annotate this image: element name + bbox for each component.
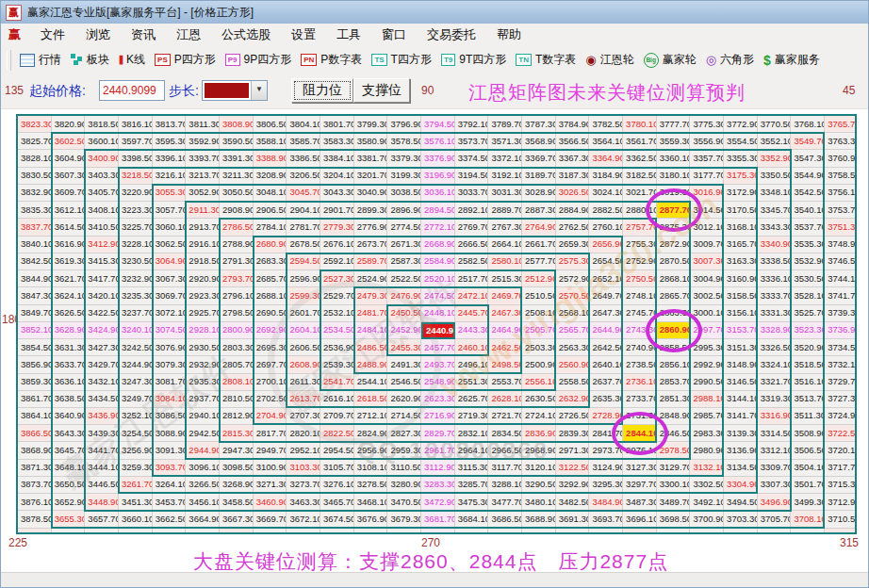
price-cell[interactable]: 3487.30 [623,494,657,511]
price-cell[interactable]: 3108.10 [354,460,388,477]
price-cell[interactable]: 2992.90 [690,356,724,373]
price-cell[interactable]: 3902.50 [320,529,354,534]
price-cell[interactable]: 2568.10 [556,305,590,322]
price-cell[interactable]: 3064.90 [153,253,187,270]
price-cell[interactable]: 3079.30 [153,356,187,373]
price-cell[interactable]: 2611.30 [287,374,320,391]
price-cell[interactable]: 3780.10 [623,116,657,133]
price-cell[interactable]: 2980.90 [690,442,724,459]
price-cell[interactable]: 2560.90 [556,356,590,373]
price-cell[interactable]: 3441.70 [85,442,119,459]
price-cell[interactable]: 2721.70 [488,408,522,425]
price-cell[interactable]: 3720.10 [825,442,857,459]
price-cell[interactable]: 2971.30 [556,442,590,459]
price-cell[interactable]: 3290.50 [522,477,556,494]
price-cell[interactable]: 3820.90 [52,116,86,133]
price-cell[interactable]: 3151.30 [724,339,758,356]
price-cell[interactable]: 3240.10 [119,322,153,339]
price-cell[interactable]: 3698.50 [657,511,691,528]
price-cell[interactable]: 2570.50 [556,287,590,304]
price-cell[interactable]: 3736.90 [825,322,857,339]
price-cell[interactable]: 3338.50 [758,253,792,270]
price-cell[interactable]: 3369.70 [522,150,556,167]
price-cell[interactable]: 3189.70 [522,168,556,185]
price-cell[interactable]: 3854.50 [18,339,52,356]
price-cell[interactable]: 2587.30 [387,253,421,270]
price-cell[interactable]: 2755.30 [623,237,657,253]
price-cell[interactable]: 3919.30 [556,529,590,534]
price-cell[interactable]: 2949.70 [254,442,287,459]
price-cell[interactable]: 2916.10 [186,237,220,253]
price-cell[interactable]: 2659.30 [556,237,590,253]
price-cell[interactable]: 2608.90 [287,356,320,373]
price-cell[interactable]: 2582.50 [455,253,489,270]
price-cell[interactable]: 3016.90 [690,185,724,202]
price-cell[interactable]: 3316.90 [758,408,792,425]
price-cell[interactable]: 3103.30 [287,460,320,477]
price-cell[interactable]: 3799.30 [354,116,388,133]
price-cell[interactable]: 3530.50 [791,270,825,287]
price-cell[interactable]: 2685.70 [254,270,287,287]
price-cell[interactable]: 3525.70 [791,305,825,322]
price-cell[interactable]: 2469.70 [488,287,522,304]
price-cell[interactable]: 3069.70 [153,287,187,304]
price-cell[interactable]: 3153.70 [724,322,758,339]
price-cell[interactable]: 2793.70 [220,270,254,287]
price-cell[interactable]: 2539.30 [320,356,354,373]
price-cell[interactable]: 3163.30 [724,253,758,270]
price-cell[interactable]: 3141.70 [724,408,758,425]
price-cell[interactable]: 3160.90 [724,270,758,287]
price-cell[interactable]: 3890.50 [153,529,187,534]
price-cell[interactable]: 3004.90 [690,270,724,287]
price-cell[interactable]: 2565.70 [556,322,590,339]
price-cell[interactable]: 3633.70 [52,356,86,373]
price-cell[interactable]: 3177.70 [690,168,724,185]
price-cell[interactable]: 2805.70 [220,356,254,373]
toolbar-item-T数字表[interactable]: TNT数字表 [516,52,576,68]
price-cell[interactable]: 2810.50 [220,391,254,408]
price-cell[interactable]: 3192.10 [488,168,522,185]
price-cell[interactable]: 3489.70 [657,494,691,511]
price-cell[interactable]: 2498.50 [488,356,522,373]
price-cell[interactable]: 3508.90 [791,425,825,442]
price-cell[interactable]: 3283.30 [421,477,455,494]
price-cell[interactable]: 3052.90 [186,185,220,202]
price-cell[interactable]: 3703.30 [724,511,758,528]
price-cell[interactable]: 3480.10 [522,494,556,511]
price-cell[interactable]: 3559.30 [657,133,691,150]
price-cell[interactable]: 2822.50 [320,425,354,442]
price-cell[interactable]: 2544.10 [354,374,388,391]
price-cell[interactable]: 3573.70 [455,133,489,150]
price-cell[interactable]: 2620.90 [387,391,421,408]
price-cell[interactable]: 2887.30 [522,202,556,219]
price-cell[interactable]: 3076.90 [153,339,187,356]
price-cell[interactable]: 3415.30 [85,253,119,270]
price-cell[interactable]: 3528.10 [791,287,825,304]
price-cell[interactable]: 3516.10 [791,374,825,391]
price-cell[interactable]: 3912.10 [455,529,489,534]
price-cell[interactable]: 2752.90 [623,253,657,270]
price-cell[interactable]: 3700.90 [690,511,724,528]
price-cell[interactable]: 2704.90 [254,408,287,425]
price-cell[interactable]: 3804.10 [287,116,320,133]
price-cell[interactable]: 3208.90 [254,168,287,185]
price-cell[interactable]: 3168.10 [724,219,758,236]
price-cell[interactable]: 2462.50 [488,339,522,356]
price-cell[interactable]: 3084.10 [153,391,187,408]
price-cell[interactable]: 3904.90 [354,529,388,534]
price-cell[interactable]: 3590.50 [220,133,254,150]
price-cell[interactable]: 3484.90 [589,494,623,511]
price-cell[interactable]: 2767.30 [488,219,522,236]
price-cell[interactable]: 2596.90 [287,270,320,287]
price-cell[interactable]: 2512.90 [522,270,556,287]
price-cell[interactable]: 2486.50 [354,339,388,356]
price-cell[interactable]: 3861.70 [18,391,52,408]
price-cell[interactable]: 2668.90 [421,237,455,253]
price-cell[interactable]: 3237.70 [119,305,153,322]
price-cell[interactable]: 3117.70 [488,460,522,477]
price-cell[interactable]: 3794.50 [421,116,455,133]
price-cell[interactable]: 2443.30 [455,322,489,339]
price-cell[interactable]: 2680.90 [254,237,287,253]
price-cell[interactable]: 3228.10 [119,237,153,253]
price-cell[interactable]: 3444.10 [85,460,119,477]
